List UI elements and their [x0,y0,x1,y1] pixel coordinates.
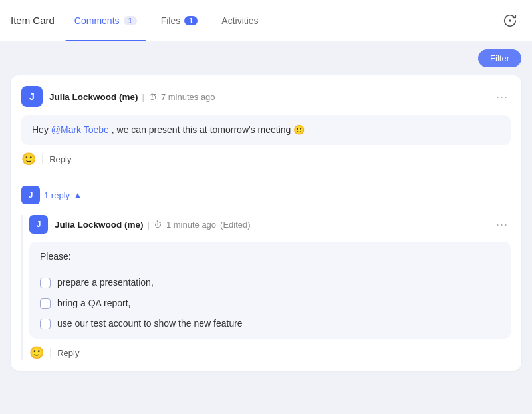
comment-meta-1: Julia Lockwood (me) | ⏱ 7 minutes ago [49,92,487,102]
sep-reply-1: | [49,347,52,359]
tab-comments-badge: 1 [124,16,137,25]
divider-1 [21,176,511,176]
comment-more-menu-1[interactable]: ··· [493,90,511,104]
avatar-1: J [21,86,43,107]
tab-comments-label: Comments [74,15,120,26]
reply-meta-1: Julia Lockwood (me) | ⏱ 1 minute ago (Ed… [55,220,487,230]
reply-button-1[interactable]: Reply [49,154,71,164]
tab-comments[interactable]: Comments 1 [65,0,146,41]
tab-activities[interactable]: Activities [212,0,267,41]
comment-bubble-1: Hey @Mark Toebe , we can present this at… [21,115,511,145]
clock-icon-1: ⏱ [148,92,157,102]
reply-container-1: J Julia Lockwood (me) | ⏱ 1 minute ago (… [21,215,511,360]
replies-toggle-1[interactable]: J 1 reply ▲ [21,186,511,204]
reply-time-1: 1 minute ago [166,220,216,230]
refresh-icon[interactable] [499,9,521,32]
tab-activities-label: Activities [221,15,258,26]
reply-button-reply-1[interactable]: Reply [57,348,79,358]
avatar-reply-1: J [29,215,48,234]
comment-actions-1: 🙂 | Reply [21,152,511,166]
emoji-reaction-btn-reply-1[interactable]: 🙂 [29,345,44,360]
content-area: Filter J Julia Lockwood (me) | ⏱ 7 minut… [0,41,532,389]
item-card-title: Item Card [11,15,55,26]
checklist-text-3: use our test account to show the new fea… [57,317,243,331]
checklist-intro: Please: [40,250,500,264]
checkbox-3[interactable] [40,319,51,329]
checkbox-1[interactable] [40,278,51,288]
chevron-up-icon-1: ▲ [74,190,82,200]
checklist-item-1: prepare a presentation, [40,276,500,290]
clock-icon-reply-1: ⏱ [154,220,162,230]
checklist-text-2: bring a QA report, [57,296,131,310]
checkbox-2[interactable] [40,298,51,309]
reply-more-menu-1[interactable]: ··· [493,218,511,232]
tab-files[interactable]: Files 1 [152,0,207,41]
replies-count-1: 1 reply [44,190,70,200]
filter-button[interactable]: Filter [478,49,521,67]
reply-bubble-1: Please: prepare a presentation, bring a … [29,242,511,339]
checklist-item-2: bring a QA report, [40,296,500,310]
comment-block-1: J Julia Lockwood (me) | ⏱ 7 minutes ago … [11,75,521,371]
sep-1: | [41,153,44,165]
comment-mention-1[interactable]: @Mark Toebe [51,124,109,135]
checklist-item-3: use our test account to show the new fea… [40,317,500,331]
reply-header-1: J Julia Lockwood (me) | ⏱ 1 minute ago (… [29,215,511,234]
comment-prefix-1: Hey [32,124,51,135]
tab-files-label: Files [161,15,181,26]
comment-suffix-1: , we can present this at tomorrow's meet… [109,124,305,135]
reply-edited-label-1: (Edited) [220,220,251,230]
svg-point-0 [509,19,511,22]
comment-author-1: Julia Lockwood (me) [49,92,138,102]
reply-author-1: Julia Lockwood (me) [55,220,144,230]
reply-actions-1: 🙂 | Reply [29,345,511,360]
filter-bar: Filter [11,49,521,67]
checklist-text-1: prepare a presentation, [57,276,154,290]
emoji-reaction-btn-1[interactable]: 🙂 [21,152,36,166]
replies-avatar-1: J [21,186,40,204]
tab-files-badge: 1 [184,16,198,25]
comment-header-1: J Julia Lockwood (me) | ⏱ 7 minutes ago … [21,86,511,107]
checklist-1: Please: prepare a presentation, bring a … [40,250,500,331]
comment-time-1: 7 minutes ago [161,92,215,102]
top-bar: Item Card Comments 1 Files 1 Activities [0,0,532,41]
